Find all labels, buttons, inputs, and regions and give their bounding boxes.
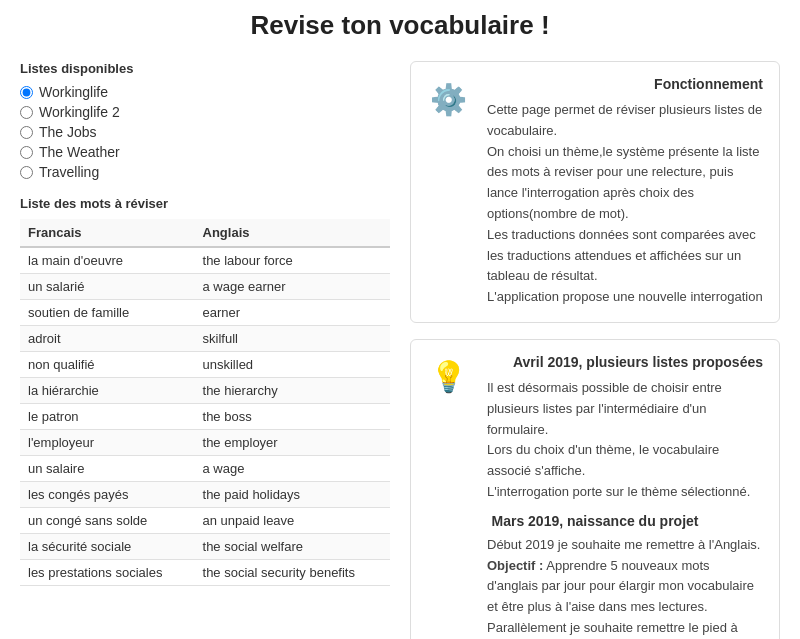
table-row: les prestations socialesthe social secur…	[20, 560, 390, 586]
table-cell-english: a wage	[195, 456, 390, 482]
col-english: Anglais	[195, 219, 390, 247]
table-cell-french: un salarié	[20, 274, 195, 300]
table-row: adroitskilfull	[20, 326, 390, 352]
bulb-icon: 💡	[423, 352, 473, 402]
table-row: non qualifiéunskilled	[20, 352, 390, 378]
table-cell-french: un salaire	[20, 456, 195, 482]
card-fonctionnement: ⚙️ Fonctionnement Cette page permet de r…	[410, 61, 780, 323]
radio-label-the-jobs: The Jobs	[39, 124, 97, 140]
table-cell-french: adroit	[20, 326, 195, 352]
vocab-list-label: Liste des mots à réviser	[20, 196, 390, 211]
card2-header: Avril 2019, plusieurs listes proposées	[427, 354, 763, 370]
table-row: la sécurité socialethe social welfare	[20, 534, 390, 560]
table-row: l'employeurthe employer	[20, 430, 390, 456]
left-panel: Listes disponibles Workinglife Workingli…	[20, 61, 390, 586]
table-cell-french: les congés payés	[20, 482, 195, 508]
table-cell-french: non qualifié	[20, 352, 195, 378]
table-cell-english: the labour force	[195, 247, 390, 274]
table-cell-french: l'employeur	[20, 430, 195, 456]
table-cell-french: les prestations sociales	[20, 560, 195, 586]
table-row: le patronthe boss	[20, 404, 390, 430]
table-cell-english: the social welfare	[195, 534, 390, 560]
card2-subheader: Mars 2019, naissance du projet	[427, 513, 763, 529]
right-panel: ⚙️ Fonctionnement Cette page permet de r…	[410, 61, 780, 639]
table-cell-english: the hierarchy	[195, 378, 390, 404]
table-cell-french: soutien de famille	[20, 300, 195, 326]
table-cell-english: skilfull	[195, 326, 390, 352]
table-cell-english: the boss	[195, 404, 390, 430]
radio-workinglife2[interactable]: Workinglife 2	[20, 104, 390, 120]
table-cell-french: la sécurité sociale	[20, 534, 195, 560]
table-row: la hiérarchiethe hierarchy	[20, 378, 390, 404]
vocab-table: Francais Anglais la main d'oeuvrethe lab…	[20, 219, 390, 586]
radio-the-jobs[interactable]: The Jobs	[20, 124, 390, 140]
table-cell-english: earner	[195, 300, 390, 326]
radio-label-workinglife2: Workinglife 2	[39, 104, 120, 120]
card-avril2019: 💡 Avril 2019, plusieurs listes proposées…	[410, 339, 780, 639]
card2-body2: Début 2019 je souhaite me remettre à l'A…	[487, 535, 763, 639]
table-cell-french: la main d'oeuvre	[20, 247, 195, 274]
card1-body: Cette page permet de réviser plusieurs l…	[487, 100, 763, 308]
table-row: la main d'oeuvrethe labour force	[20, 247, 390, 274]
table-row: un congé sans soldean unpaid leave	[20, 508, 390, 534]
table-row: les congés payésthe paid holidays	[20, 482, 390, 508]
table-row: un salariéa wage earner	[20, 274, 390, 300]
card1-header: Fonctionnement	[427, 76, 763, 92]
table-cell-english: the paid holidays	[195, 482, 390, 508]
radio-group: Workinglife Workinglife 2 The Jobs The W…	[20, 84, 390, 180]
table-row: soutien de familleearner	[20, 300, 390, 326]
table-cell-french: un congé sans solde	[20, 508, 195, 534]
table-cell-english: a wage earner	[195, 274, 390, 300]
table-cell-english: the employer	[195, 430, 390, 456]
page-title: Revise ton vocabulaire !	[20, 10, 780, 41]
radio-label-workinglife: Workinglife	[39, 84, 108, 100]
table-row: un salairea wage	[20, 456, 390, 482]
radio-the-weather[interactable]: The Weather	[20, 144, 390, 160]
radio-workinglife[interactable]: Workinglife	[20, 84, 390, 100]
table-cell-english: an unpaid leave	[195, 508, 390, 534]
table-cell-english: the social security benefits	[195, 560, 390, 586]
radio-label-travelling: Travelling	[39, 164, 99, 180]
radio-label-the-weather: The Weather	[39, 144, 120, 160]
card2-body1: Il est désormais possible de choisir ent…	[487, 378, 763, 503]
gear-icon: ⚙️	[423, 74, 473, 124]
table-cell-french: la hiérarchie	[20, 378, 195, 404]
radio-travelling[interactable]: Travelling	[20, 164, 390, 180]
lists-available-label: Listes disponibles	[20, 61, 390, 76]
col-french: Francais	[20, 219, 195, 247]
table-cell-english: unskilled	[195, 352, 390, 378]
table-cell-french: le patron	[20, 404, 195, 430]
